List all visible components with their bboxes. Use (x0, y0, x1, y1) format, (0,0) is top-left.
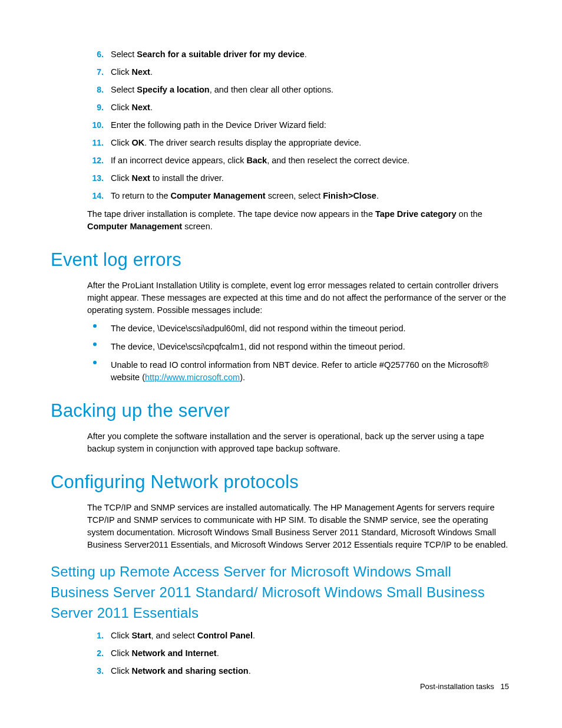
step-number: 2. (87, 647, 104, 659)
heading-remote-access: Setting up Remote Access Server for Micr… (51, 562, 509, 623)
bullet-icon (93, 324, 97, 328)
install-steps-list: 6.Select Search for a suitable driver fo… (87, 48, 509, 202)
step-number: 10. (87, 119, 104, 131)
event-bullets-list: The device, \Device\scsi\adpul60ml, did … (87, 322, 509, 384)
list-item: 7.Click Next. (87, 66, 509, 78)
step-number: 1. (87, 630, 104, 641)
list-item: 8.Select Specify a location, and then cl… (87, 84, 509, 96)
step-number: 11. (87, 137, 104, 149)
document-page: 6.Select Search for a suitable driver fo… (0, 0, 562, 728)
heading-backing-up: Backing up the server (51, 398, 509, 424)
list-item: Unable to read IO control information fr… (87, 359, 509, 384)
list-item: 12.If an incorrect device appears, click… (87, 154, 509, 167)
step-number: 8. (87, 84, 104, 95)
microsoft-link[interactable]: http://www.microsoft.com (145, 373, 240, 382)
footer-page-number: 15 (501, 682, 509, 691)
step-number: 14. (87, 190, 104, 202)
list-item: The device, \Device\scsi\cpqfcalm1, did … (87, 341, 509, 353)
list-item: 3.Click Network and sharing section. (87, 665, 509, 677)
event-intro-paragraph: After the ProLiant Installation Utility … (87, 279, 509, 317)
heading-event-log-errors: Event log errors (51, 247, 509, 274)
config-paragraph: The TCP/IP and SNMP services are install… (87, 502, 509, 551)
step-number: 7. (87, 66, 104, 78)
step-number: 3. (87, 665, 104, 677)
list-item: 13.Click Next to install the driver. (87, 172, 509, 185)
list-item: The device, \Device\scsi\adpul60ml, did … (87, 322, 509, 335)
step-number: 12. (87, 154, 104, 166)
step-number: 9. (87, 101, 104, 113)
list-item: 9.Click Next. (87, 101, 509, 114)
list-item: 2.Click Network and Internet. (87, 647, 509, 660)
backup-paragraph: After you complete the software installa… (87, 430, 509, 455)
list-item: 1.Click Start, and select Control Panel. (87, 630, 509, 642)
list-item: 6.Select Search for a suitable driver fo… (87, 48, 509, 61)
bullet-icon (93, 361, 97, 364)
bullet-icon (93, 342, 97, 346)
page-footer: Post-installation tasks 15 (420, 681, 509, 693)
list-item: 11.Click OK. The driver search results d… (87, 137, 509, 149)
tape-complete-paragraph: The tape driver installation is complete… (87, 208, 509, 233)
list-item: 10.Enter the following path in the Devic… (87, 119, 509, 131)
list-item: 14.To return to the Computer Management … (87, 190, 509, 202)
remote-steps-list: 1.Click Start, and select Control Panel.… (87, 630, 509, 677)
heading-configuring-network: Configuring Network protocols (51, 469, 509, 496)
step-number: 13. (87, 172, 104, 184)
step-number: 6. (87, 48, 104, 60)
footer-section-title: Post-installation tasks (420, 682, 494, 691)
